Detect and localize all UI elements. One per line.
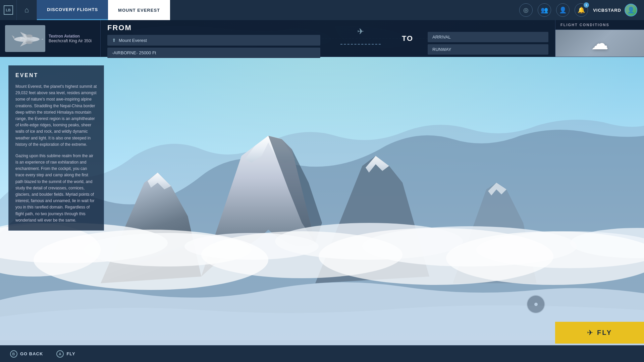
fly-button[interactable]: ✈ FLY [555,322,644,344]
aircraft-panel: Textron Aviation Beechcraft King Air 350… [0,20,101,57]
from-altitude-text: -AIRBORNE- 25000 Ft [112,50,156,55]
cloud-icon: ☁ [591,33,608,53]
aircraft-info: Textron Aviation Beechcraft King Air 350… [49,34,92,43]
flight-conditions-section: FLIGHT CONDITIONS ☁ [555,20,644,57]
from-fields: ⬆ Mount Everest -AIRBORNE- 25000 Ft [107,35,320,58]
svg-point-5 [26,41,33,44]
to-runway-text: RUNWAY [432,47,451,52]
profile-button[interactable]: 👤 [556,3,570,17]
community-button[interactable]: 👥 [538,3,551,17]
event-title: EVENT [15,72,97,78]
profile-icon: 👤 [559,6,567,14]
to-arrival-field[interactable]: ARRIVAL [428,32,548,42]
achievements-button[interactable]: ◎ [519,3,533,17]
to-fields: ARRIVAL RUNWAY [428,32,548,55]
from-location-field[interactable]: ⬆ Mount Everest [107,35,320,46]
to-section: ARRIVAL RUNWAY [421,20,555,57]
go-back-controller-icon: B [12,352,15,356]
fly-bottom-icon: A [56,350,64,358]
discovery-label: DISCOVERY FLIGHTS [47,7,98,12]
from-altitude-field[interactable]: -AIRBORNE- 25000 Ft [107,48,320,58]
go-back-label: GO BACK [20,351,43,356]
aircraft-svg [5,25,45,52]
community-icon: 👥 [541,6,548,14]
to-runway-field[interactable]: RUNWAY [428,44,548,55]
to-arrival-text: ARRIVAL [432,35,451,40]
fly-controller-icon: A [59,352,62,356]
svg-point-4 [26,35,33,37]
notifications-button[interactable]: 🔔 1 [575,3,588,17]
fly-button-icon: ✈ [587,328,593,337]
conditions-content: ☁ [555,30,644,57]
home-icon: ⌂ [24,6,29,14]
achievements-icon: ◎ [523,6,529,14]
nav-right-section: ◎ 👥 👤 🔔 1 VICBSTARD 👤 [519,0,644,20]
nav-discovery-tab[interactable]: DISCOVERY FLIGHTS [37,0,108,20]
go-back-icon: B [10,350,17,358]
avatar-icon: 👤 [627,6,635,14]
fly-button-label: FLY [597,329,612,337]
bottom-bar: B GO BACK A FLY [0,345,644,362]
svg-point-3 [14,37,40,42]
nav-active-tab[interactable]: MOUNT EVEREST [108,0,170,20]
location-icon: ⬆ [112,38,116,43]
notification-badge: 1 [584,2,589,8]
svg-rect-2 [5,25,45,52]
conditions-header: FLIGHT CONDITIONS [555,20,644,30]
aircraft-image [5,25,45,52]
event-paragraph-2: Gazing upon this sublime realm from the … [15,153,97,224]
to-label-section: TO [394,20,421,57]
route-area: ✈ [327,20,394,57]
from-section: FROM ⬆ Mount Everest -AIRBORNE- 25000 Ft [101,20,327,57]
event-panel: EVENT Mount Everest, the planet's highes… [8,65,104,231]
fly-bottom-label: FLY [66,351,75,356]
joystick-indicator[interactable] [527,295,545,313]
route-plane-icon: ✈ [357,27,364,36]
from-location-text: Mount Everest [119,38,147,43]
logo-icon: LB [4,5,13,15]
notifications-icon: 🔔 [578,6,585,14]
event-paragraph-1: Mount Everest, the planet's highest summ… [15,83,97,148]
user-section[interactable]: VICBSTARD 👤 [593,4,637,16]
aircraft-model: Beechcraft King Air 350i [49,39,92,43]
event-text: Mount Everest, the planet's highest summ… [15,83,97,224]
flight-bar: Textron Aviation Beechcraft King Air 350… [0,20,644,57]
to-label: TO [402,34,413,43]
svg-rect-20 [0,340,644,345]
nav-logo: LB [0,0,17,20]
top-nav: LB ⌂ DISCOVERY FLIGHTS MOUNT EVEREST ◎ 👥… [0,0,644,20]
fly-bottom-button[interactable]: A FLY [56,350,75,358]
username-label: VICBSTARD [593,8,621,13]
from-label: FROM [107,23,320,32]
go-back-button[interactable]: B GO BACK [10,350,43,358]
nav-home-button[interactable]: ⌂ [17,0,37,20]
joystick-dot [534,303,538,306]
user-avatar: 👤 [625,4,637,16]
aircraft-brand: Textron Aviation [49,34,92,39]
active-tab-label: MOUNT EVEREST [118,8,160,13]
